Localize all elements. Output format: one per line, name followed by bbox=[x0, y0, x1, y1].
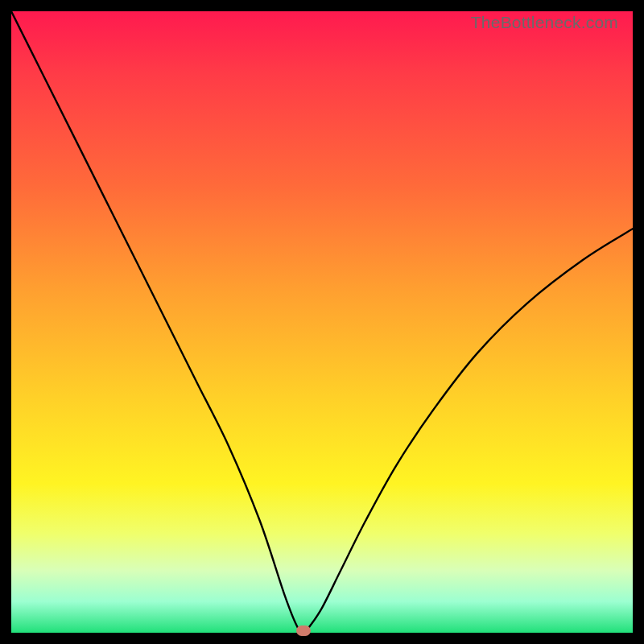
optimal-point-marker bbox=[296, 625, 311, 636]
chart-frame: TheBottleneck.com bbox=[0, 0, 644, 644]
bottleneck-curve bbox=[11, 11, 633, 633]
plot-area: TheBottleneck.com bbox=[11, 11, 633, 633]
